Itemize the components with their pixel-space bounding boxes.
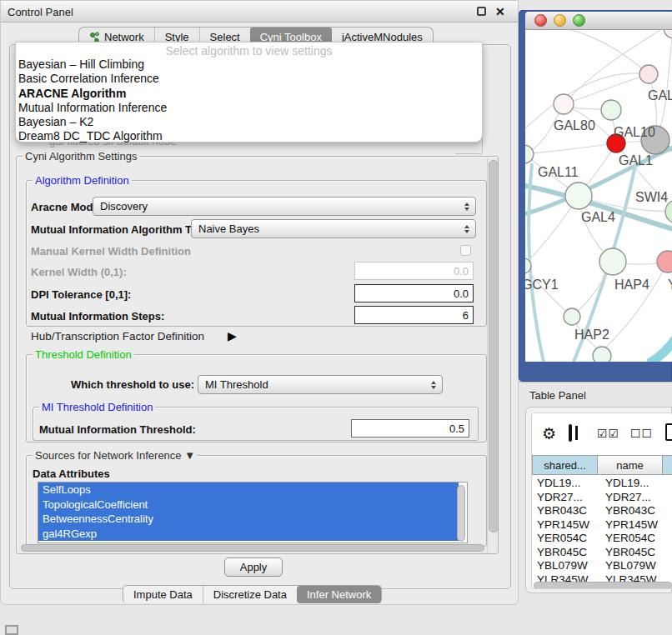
node[interactable]	[593, 347, 611, 362]
node[interactable]	[554, 94, 574, 114]
document-icon[interactable]	[665, 423, 672, 441]
list-vscrollbar-thumb[interactable]	[457, 485, 465, 542]
algorithm-definition-title: Algorithm Definition	[33, 174, 132, 187]
table-row[interactable]: YDR27... YDR27... 12	[532, 491, 672, 505]
node[interactable]	[639, 65, 658, 83]
split-columns-icon[interactable]	[569, 424, 572, 442]
kernel-width-label: Kernel Width (0,1):	[31, 266, 127, 278]
data-attributes-list[interactable]: SelfLoops TopologicalCoefficient Between…	[38, 482, 468, 543]
sources-group-title[interactable]: Sources for Network Inference ▼	[33, 449, 198, 462]
mi-threshold-group-title: MI Threshold Definition	[39, 401, 155, 413]
column-header-shared[interactable]: shared...	[532, 455, 598, 475]
table-row[interactable]: YBL079W YBL079W	[532, 559, 672, 573]
aracne-mode-combo[interactable]: Discovery	[93, 197, 476, 216]
mi-steps-label: Mutual Information Steps:	[31, 310, 164, 322]
table-row[interactable]: YDL19... YDL19... 13	[532, 477, 672, 491]
gear-icon[interactable]: ⚙	[542, 424, 556, 443]
triangle-right-icon[interactable]: ▶	[228, 329, 237, 342]
table-row[interactable]: YER054C YER054C 8.	[532, 532, 672, 546]
traffic-light-minimize[interactable]	[554, 14, 566, 27]
node-label: HAP4	[614, 278, 649, 292]
list-item[interactable]: SelfLoops	[38, 482, 459, 498]
dropdown-item-selected[interactable]: ARACNE Algorithm	[16, 87, 482, 101]
table-header-row: shared... name	[532, 455, 672, 475]
mi-type-combo[interactable]: Naive Bayes	[191, 219, 476, 238]
node-label: GAL4	[581, 210, 615, 225]
kernel-width-field[interactable]: 0.0	[354, 262, 474, 280]
network-canvas[interactable]: GAL GAL80 GAL10 GAL1 GAL11 GAL4 SWI4 GCY…	[525, 30, 672, 362]
node-label: GAL1	[619, 153, 653, 168]
node[interactable]	[565, 182, 592, 209]
control-panel-titlebar: Control Panel ✕	[1, 1, 518, 22]
table-row[interactable]: YPR145W YPR145W 9.	[532, 518, 672, 532]
traffic-light-close[interactable]	[534, 14, 547, 27]
traffic-light-zoom[interactable]	[573, 14, 585, 27]
bottom-tabstrip: Impute Data Discretize Data Infer Networ…	[123, 585, 382, 603]
tab-impute-data[interactable]: Impute Data	[123, 586, 203, 603]
settings-vscrollbar-thumb[interactable]	[489, 160, 499, 532]
dropdown-item[interactable]: Basic Correlation Inference	[16, 72, 482, 86]
node-label: GAL	[648, 88, 672, 103]
combo-spinner-icon	[464, 225, 469, 233]
dpi-tolerance-field[interactable]: 0.0	[354, 284, 474, 302]
column-header-extra[interactable]	[663, 455, 672, 475]
dropdown-item[interactable]: Dream8 DC_TDC Algorithm	[16, 129, 482, 143]
combo-spinner-icon	[464, 202, 469, 211]
triangle-down-icon[interactable]: ▼	[184, 449, 195, 462]
list-item[interactable]: gal4RGexp	[38, 527, 459, 542]
algorithm-dropdown-popup: Select algorithm to view settings Bayesi…	[15, 42, 483, 142]
list-item[interactable]: TopologicalCoefficient	[38, 498, 459, 512]
node[interactable]	[601, 100, 621, 120]
mi-threshold-field[interactable]: 0.5	[351, 419, 469, 438]
tab-discretize-data[interactable]: Discretize Data	[203, 586, 297, 603]
screenshot-stage: Control Panel ✕ Network Style Select Cyn…	[0, 0, 672, 635]
settings-group-title: Cyni Algorithm Settings	[23, 150, 139, 162]
node-label: Y	[668, 278, 672, 292]
node[interactable]	[564, 308, 580, 325]
float-window-icon[interactable]	[477, 7, 486, 16]
table-row[interactable]: YBR045C YBR045C 9.	[532, 546, 672, 560]
hub-section-label[interactable]: Hub/Transcription Factor Definition	[31, 330, 204, 342]
data-attributes-label: Data Attributes	[33, 468, 110, 480]
node-label: GAL10	[614, 125, 655, 140]
apply-button[interactable]: Apply	[224, 558, 283, 577]
node-label: GCY1	[525, 278, 559, 292]
deselect-all-checkboxes-icon[interactable]: ☐☐	[630, 427, 653, 440]
mi-steps-field[interactable]: 6	[354, 306, 474, 324]
table-hscrollbar-thumb[interactable]	[534, 582, 672, 589]
table-row[interactable]: YLR345W YLR345W 9.	[532, 573, 672, 582]
mi-type-label: Mutual Information Algorithm Type:	[31, 223, 213, 236]
node[interactable]	[599, 248, 626, 275]
column-header-name[interactable]: name	[598, 455, 663, 475]
settings-vscrollbar[interactable]	[487, 158, 498, 552]
dropdown-item[interactable]: Mutual Information Inference	[16, 101, 482, 115]
threshold-definition-title: Threshold Definition	[33, 348, 134, 361]
manual-kernel-checkbox[interactable]	[460, 245, 471, 256]
settings-hscrollbar-thumb[interactable]	[21, 544, 484, 552]
which-threshold-combo[interactable]: MI Threshold	[198, 375, 443, 394]
table-panel-header: Table Panel	[519, 382, 672, 405]
manual-kernel-label: Manual Kernel Width Definition	[31, 245, 191, 258]
table-row[interactable]: YBR043C YBR043C	[532, 504, 672, 518]
which-threshold-label: Which threshold to use:	[71, 378, 194, 391]
control-panel-window: Control Panel ✕ Network Style Select Cyn…	[0, 0, 519, 605]
list-item[interactable]: BetweennessCentrality	[38, 512, 459, 527]
close-icon[interactable]: ✕	[495, 6, 505, 18]
dropdown-item[interactable]: Bayesian – Hill Climbing	[16, 58, 482, 72]
table-rows: YDL19... YDL19... 13 YDR27... YDR27... 1…	[532, 477, 672, 582]
network-view-window: GAL GAL80 GAL10 GAL1 GAL11 GAL4 SWI4 GCY…	[519, 10, 672, 382]
table-panel-title: Table Panel	[529, 389, 586, 402]
dropdown-placeholder: Select algorithm to view settings	[16, 42, 482, 58]
tab-infer-network[interactable]: Infer Network	[297, 586, 381, 603]
node[interactable]	[657, 251, 672, 272]
node-label: GAL80	[554, 118, 595, 133]
mi-type-value: Naive Bayes	[198, 222, 259, 235]
table-toolbar: ⚙ ☑☑ ☐☐	[532, 413, 672, 453]
select-all-checkboxes-icon[interactable]: ☑☑	[597, 427, 619, 440]
control-panel-title: Control Panel	[8, 6, 73, 18]
table-panel: ⚙ ☑☑ ☐☐ shared... name YDL19...	[525, 407, 672, 593]
dropdown-item[interactable]: Bayesian – K2	[16, 115, 482, 129]
table-panel-inner: ⚙ ☑☑ ☐☐ shared... name YDL19...	[531, 412, 672, 589]
which-threshold-value: MI Threshold	[205, 378, 268, 391]
node[interactable]	[664, 30, 672, 38]
